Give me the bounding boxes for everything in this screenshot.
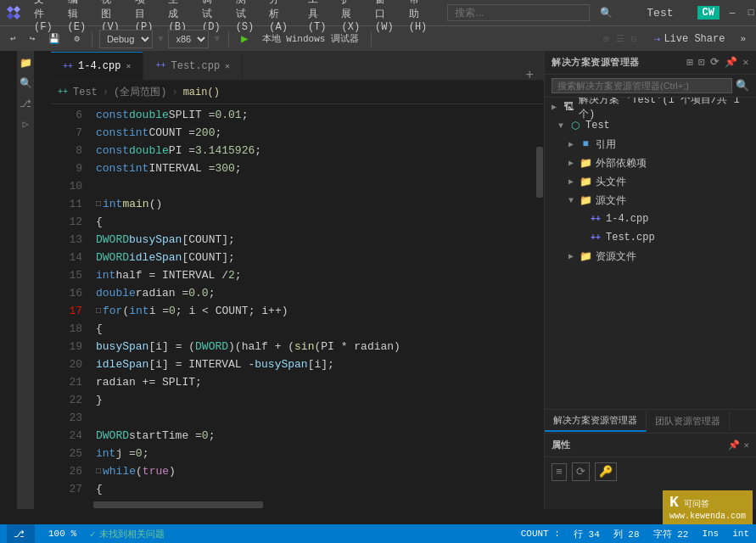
hf-arrow: ▶	[568, 176, 579, 187]
code-line: {	[89, 213, 535, 231]
menu-window[interactable]: 窗口(W)	[368, 0, 400, 35]
run-label[interactable]: 本地 Windows 调试器	[257, 31, 364, 47]
status-zoom[interactable]: 100 %	[48, 529, 76, 539]
sidebar-icon-1[interactable]: ⊞	[687, 56, 694, 69]
minimize-button[interactable]: —	[726, 7, 738, 19]
project-label: Test	[585, 120, 749, 132]
status-count: COUNT :	[521, 529, 560, 539]
editor-area: ++ 1-4.cpp ✕ ++ Test.cpp ✕ + ++ Test › (…	[51, 51, 544, 509]
menu-analyze[interactable]: 分析(A)	[262, 0, 294, 35]
problems-text: 未找到相关问题	[99, 528, 165, 540]
toolbar-more[interactable]: »	[735, 32, 751, 46]
properties-toolbar: ≡ ⟳ 🔑	[545, 457, 756, 486]
tab-test-cpp[interactable]: ++ Test.cpp ✕	[143, 52, 243, 80]
activity-explore[interactable]: 📁	[19, 56, 32, 70]
vscroll-thumb[interactable]	[536, 147, 543, 198]
sidebar-bottom-tabs: 解决方案资源管理器 团队资源管理器	[545, 409, 756, 433]
code-line: {	[89, 320, 535, 338]
properties-close[interactable]: ✕	[743, 439, 749, 451]
sidebar-pin[interactable]: 📌	[725, 56, 738, 69]
editor-breadcrumb: ++ Test › (全局范围) › main()	[51, 81, 544, 104]
solution-search-input[interactable]	[552, 78, 732, 93]
solution-tree: ▶ 🏗 解决方案 'Test'(1 个项目/共 1 个) ▼ ⬡ Test ▶ …	[545, 98, 756, 409]
code-line-breakpoint2: □ while (true)	[89, 462, 535, 480]
solution-search-icon[interactable]: 🔍	[736, 79, 749, 92]
hscroll-thumb[interactable]	[93, 501, 263, 508]
menu-extensions[interactable]: 扩展(X)	[334, 0, 367, 35]
separator1	[92, 31, 92, 47]
activity-search[interactable]: 🔍	[19, 76, 32, 90]
tab-close-2[interactable]: ✕	[225, 61, 230, 71]
references-node[interactable]: ▶ ■ 引用	[545, 135, 756, 154]
status-problems[interactable]: ✓ 未找到相关问题	[90, 528, 165, 540]
toolbar-settings[interactable]: ⚙	[69, 31, 85, 46]
sf-label: 源文件	[596, 193, 749, 208]
new-tab-button[interactable]: +	[525, 68, 534, 83]
external-deps-node[interactable]: ▶ 📁 外部依赖项	[545, 154, 756, 172]
ok-icon: ✓	[90, 529, 96, 540]
header-files-node[interactable]: ▶ 📁 头文件	[545, 172, 756, 191]
vs-logo	[7, 5, 20, 20]
solution-explorer-tab[interactable]: 解决方案资源管理器	[545, 411, 647, 432]
project-node[interactable]: ▼ ⬡ Test	[545, 116, 756, 135]
file-indicator-icon: ++	[58, 87, 68, 97]
maximize-button[interactable]: □	[745, 7, 756, 19]
status-ins[interactable]: Ins	[702, 529, 719, 539]
menu-file[interactable]: 文件(F)	[27, 0, 59, 35]
hf-label: 头文件	[596, 175, 749, 189]
code-editor[interactable]: 6 7 8 9 10 11 12 13 14 15 16 17 18 19 20…	[51, 104, 544, 501]
activity-git[interactable]: ⎇	[19, 97, 32, 110]
rf-icon: 📁	[579, 249, 592, 263]
sf-icon: 📁	[579, 193, 592, 207]
sidebar-search-bar: 🔍	[545, 75, 756, 98]
zoom-label: 100 %	[48, 529, 76, 539]
sidebar-header: 解决方案资源管理器 ⊞ ⊡ ⟳ 📌 ✕	[545, 51, 756, 75]
activity-debug[interactable]: ▷	[19, 117, 32, 131]
code-line: □int main()	[89, 195, 535, 213]
code-content[interactable]: const double SPLIT = 0.01; const int COU…	[89, 104, 535, 501]
count-label: COUNT :	[521, 529, 560, 539]
sidebar-close[interactable]: ✕	[742, 56, 749, 69]
status-bar: ⎇ 100 % ✓ 未找到相关问题 COUNT : 行 34 列 28 字符 2…	[0, 524, 756, 543]
status-int: int	[732, 529, 749, 539]
menu-edit[interactable]: 编辑(E)	[61, 0, 93, 35]
sidebar-icon-2[interactable]: ⊡	[698, 56, 705, 69]
properties-pin[interactable]: 📌	[728, 439, 740, 451]
vertical-scrollbar[interactable]	[535, 104, 544, 501]
sidebar-icon-3[interactable]: ⟳	[710, 56, 720, 69]
arch-dropdown[interactable]: x86	[168, 30, 209, 48]
file-1-4-cpp[interactable]: ▶ ++ 1-4.cpp	[545, 210, 756, 228]
menu-tools[interactable]: 工具(T)	[301, 0, 333, 35]
run-button[interactable]: ▶	[236, 30, 253, 48]
tab-close-1[interactable]: ✕	[126, 61, 131, 71]
toolbar-back[interactable]: ↩	[5, 31, 21, 46]
live-share-button[interactable]: ⇢ Live Share	[647, 31, 732, 48]
resource-files-node[interactable]: ▶ 📁 资源文件	[545, 247, 756, 266]
f2-icon: ++	[589, 231, 602, 244]
status-chars[interactable]: 字符 22	[653, 528, 689, 540]
code-line: const int INTERVAL = 300;	[89, 160, 535, 177]
properties-header: 属性 📌 ✕	[545, 434, 756, 457]
toolbar-save[interactable]: 💾	[43, 31, 65, 46]
status-col[interactable]: 列 28	[613, 528, 640, 540]
code-line: DWORD startTime = 0;	[89, 427, 535, 445]
solution-root[interactable]: ▶ 🏗 解决方案 'Test'(1 个项目/共 1 个)	[545, 98, 756, 116]
team-explorer-tab[interactable]: 团队资源管理器	[647, 411, 730, 431]
status-line[interactable]: 行 34	[574, 528, 600, 540]
tab-1-4-cpp[interactable]: ++ 1-4.cpp ✕	[51, 52, 143, 80]
live-share-icon: ⇢	[654, 32, 661, 46]
source-files-node[interactable]: ▼ 📁 源文件	[545, 191, 756, 210]
search-input[interactable]	[447, 4, 590, 21]
horizontal-scrollbar[interactable]	[51, 501, 544, 509]
properties-btn-sort[interactable]: ⟳	[572, 462, 590, 481]
toolbar-forward[interactable]: ↪	[25, 31, 41, 46]
code-line: {	[89, 480, 535, 498]
status-git[interactable]: ⎇	[7, 524, 35, 543]
debug-config-dropdown[interactable]: Debug	[99, 30, 153, 48]
properties-btn-key[interactable]: 🔑	[595, 462, 617, 481]
code-line: idleSpan[i] = INTERVAL - busySpan[i];	[89, 355, 535, 373]
menu-help[interactable]: 帮助(H)	[402, 0, 434, 35]
properties-btn-list[interactable]: ≡	[552, 463, 567, 481]
code-line: DWORD busySpan[COUNT];	[89, 231, 535, 249]
file-test-cpp[interactable]: ▶ ++ Test.cpp	[545, 228, 756, 247]
